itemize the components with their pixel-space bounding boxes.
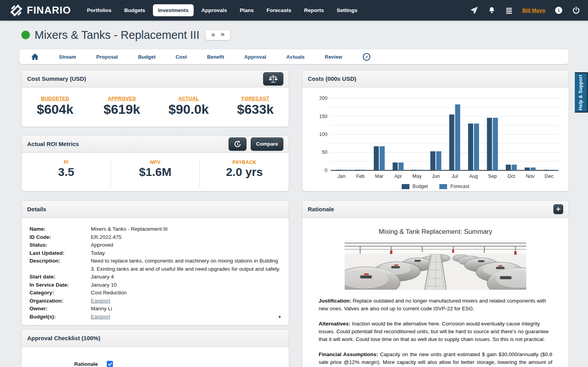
details-body: Name:Mixers & Tanks - Replacement IIIID … [22,218,289,325]
x-axis-label: Sep [488,174,497,179]
legend-item-forecast[interactable]: Forecast [439,184,469,189]
user-link[interactable]: Bill Mayo [522,7,545,13]
bar-budget-apr [393,162,398,170]
notifications-bell-icon[interactable] [487,6,496,15]
rationale-paragraph: Financial Assumptions: Capacity on the n… [319,351,552,367]
help-support-tab[interactable]: Help & Support [575,72,588,113]
legend-item-budget[interactable]: Budget [402,184,428,189]
nav-item-budgets[interactable]: Budgets [119,4,150,16]
nav-item-settings[interactable]: Settings [332,4,363,16]
compare-scales-button[interactable] [263,72,283,85]
detail-value: Manny Li [91,305,283,313]
compare-button[interactable]: Compare [251,137,283,151]
costs-chart-title: Costs (000s USD) [308,75,356,82]
tab-benefit[interactable]: Benefit [207,54,224,60]
legend-swatch [402,184,409,189]
detail-row: Last Updated:Today [29,249,283,257]
detail-row: Category:Cost Reduction [29,289,283,297]
approval-checklist-panel: Approval Checklist (100%) Rationale [21,329,289,367]
x-axis-label: Jan [338,174,345,179]
tab-review[interactable]: Review [325,54,342,60]
tab-cost[interactable]: Cost [175,54,187,60]
detail-label: Description: [29,257,91,273]
metric-label: PAYBACK [200,160,289,165]
detail-value-link[interactable]: Eastport [91,297,283,305]
cost-summary-header: Cost Summary (USD) [22,70,289,87]
legend-label: Forecast [450,184,469,189]
metric-label: NPV [111,160,200,165]
bar-budget-may [411,170,416,170]
info-icon[interactable]: i [554,6,563,15]
tab-budget[interactable]: Budget [138,54,156,60]
metric-budgeted: BUDGETED$604k [22,96,88,117]
flag-icon[interactable]: ⚑ [220,32,225,38]
cost-summary-panel: Cost Summary (USD) [21,70,289,127]
nav-item-investments[interactable]: Investments [153,4,194,16]
tab-proposal[interactable]: Proposal [96,54,118,60]
x-axis-label: Nov [526,174,535,179]
rationale-heading: Mixing & Tank Replacement: Summary [319,228,552,236]
brand[interactable]: FINARIO [9,3,71,17]
bar-budget-oct [506,165,511,170]
status-dot [21,31,30,39]
bar-budget-jan [336,170,341,170]
nav-menu: PortfoliosBudgetsInvestmentsApprovalsPla… [82,4,363,16]
detail-row: Budget(s):Eastport▼ [29,313,283,321]
bar-forecast-mar [380,146,385,170]
bar-forecast-aug [474,123,479,170]
nav-item-plans[interactable]: Plans [235,4,259,16]
metric-value: 2.0 yrs [200,165,289,179]
history-button[interactable] [229,137,246,151]
add-rationale-button[interactable] [553,204,563,214]
detail-value: Mixers & Tanks - Replacement III [91,225,283,233]
detail-label: In Service Date: [29,281,91,289]
roi-metrics-panel: Actual ROI Metrics Compare PI3 [21,135,289,191]
main-content: Cost Summary (USD) [21,70,569,367]
tab-overview[interactable] [363,53,371,61]
detail-row: Owner:Manny Li [29,305,283,313]
nav-item-approvals[interactable]: Approvals [196,4,232,16]
detail-value-link[interactable]: Eastport [91,313,278,321]
tab-actuals[interactable]: Actuals [286,54,305,60]
rationale-title: Rationale [308,206,334,212]
details-header: Details [22,201,289,218]
legend-label: Budget [413,184,428,189]
x-axis-label: Aug [469,174,478,179]
checklist-checkbox[interactable] [107,361,113,367]
section-tabbar: StreamProposalBudgetCostBenefitApprovalA… [19,49,569,64]
right-column: Costs (000s USD) 050100150200JanFebMarAp… [302,70,569,367]
bar-forecast-feb [361,170,366,170]
bar-forecast-jun [436,151,441,170]
metric-actual: ACTUAL$90.0k [155,96,222,117]
detail-label: Start date: [29,273,91,281]
list-icon[interactable] [505,6,513,15]
approval-checklist-title: Approval Checklist (100%) [27,335,100,341]
details-title: Details [27,206,46,212]
detail-row: Status:Approved [29,241,283,249]
y-axis-label: 0 [324,168,327,173]
x-axis-label: Apr [394,174,402,179]
tab-approval[interactable]: Approval [244,54,266,60]
x-axis-label: Oct [508,174,515,179]
nav-item-reports[interactable]: Reports [299,4,329,16]
star-icon[interactable]: ★ [210,32,216,38]
power-icon[interactable] [572,6,580,15]
metric-value: $633k [222,102,289,117]
nav-item-forecasts[interactable]: Forecasts [262,4,297,16]
detail-label: Status: [29,241,91,249]
bar-budget-dec [543,170,548,170]
caret-down-icon[interactable]: ▼ [278,313,283,321]
detail-row: Description:Need to replace tanks, compo… [29,257,283,273]
detail-label: ID Code: [29,233,91,242]
send-icon[interactable] [470,6,479,15]
favorite-flag-button[interactable]: ★ ⚑ [205,30,231,40]
approval-checklist-header: Approval Checklist (100%) [22,330,289,347]
nav-item-portfolios[interactable]: Portfolios [82,4,116,16]
tanks-photo [319,240,552,290]
tab-home[interactable] [31,53,39,60]
metric-label: PI [22,160,111,165]
metric-value: $604k [22,102,88,117]
bar-budget-jun [430,151,435,170]
tab-stream[interactable]: Stream [59,54,76,60]
rationale-body: Mixing & Tank Replacement: Summary [302,218,569,367]
